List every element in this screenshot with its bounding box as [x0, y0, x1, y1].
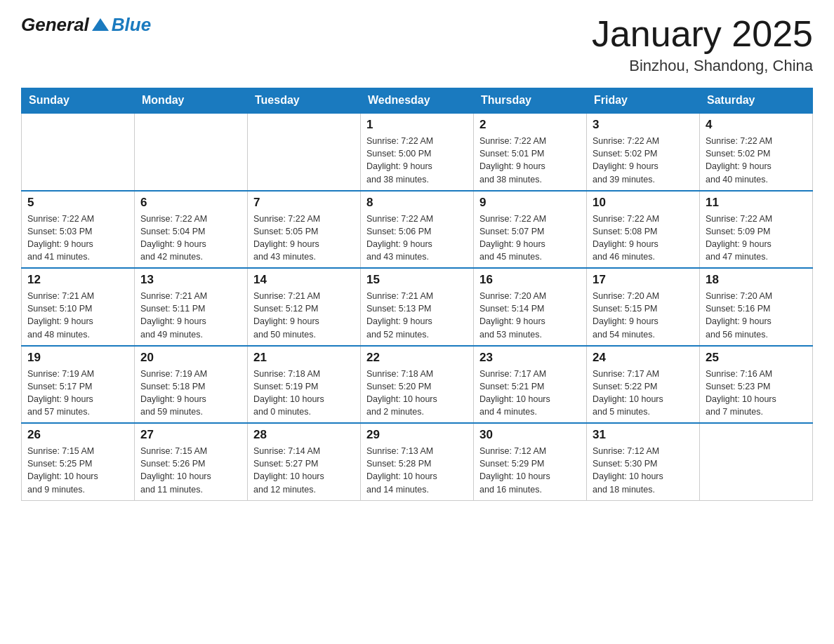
day-info: Sunrise: 7:12 AMSunset: 5:29 PMDaylight:… — [479, 445, 581, 496]
day-info: Sunrise: 7:21 AMSunset: 5:10 PMDaylight:… — [27, 290, 128, 341]
day-info: Sunrise: 7:18 AMSunset: 5:19 PMDaylight:… — [253, 368, 355, 419]
day-number: 6 — [140, 196, 241, 210]
day-number: 17 — [593, 273, 694, 287]
calendar-cell: 21Sunrise: 7:18 AMSunset: 5:19 PMDayligh… — [248, 346, 361, 424]
day-number: 14 — [253, 273, 355, 287]
day-number: 16 — [479, 273, 581, 287]
day-info: Sunrise: 7:22 AMSunset: 5:05 PMDaylight:… — [253, 213, 355, 264]
calendar-week-3: 12Sunrise: 7:21 AMSunset: 5:10 PMDayligh… — [22, 268, 813, 346]
day-number: 18 — [706, 273, 807, 287]
calendar-cell: 31Sunrise: 7:12 AMSunset: 5:30 PMDayligh… — [587, 423, 700, 500]
calendar-cell: 6Sunrise: 7:22 AMSunset: 5:04 PMDaylight… — [135, 191, 248, 269]
day-number: 22 — [366, 351, 468, 365]
day-number: 25 — [706, 351, 807, 365]
day-info: Sunrise: 7:22 AMSunset: 5:08 PMDaylight:… — [593, 213, 694, 264]
calendar-week-4: 19Sunrise: 7:19 AMSunset: 5:17 PMDayligh… — [22, 346, 813, 424]
calendar-cell: 11Sunrise: 7:22 AMSunset: 5:09 PMDayligh… — [700, 191, 813, 269]
calendar-cell: 14Sunrise: 7:21 AMSunset: 5:12 PMDayligh… — [248, 268, 361, 346]
weekday-header-saturday: Saturday — [700, 88, 813, 114]
calendar-cell: 22Sunrise: 7:18 AMSunset: 5:20 PMDayligh… — [361, 346, 474, 424]
calendar-cell: 17Sunrise: 7:20 AMSunset: 5:15 PMDayligh… — [587, 268, 700, 346]
day-info: Sunrise: 7:16 AMSunset: 5:23 PMDaylight:… — [706, 368, 807, 419]
day-number: 9 — [479, 196, 581, 210]
day-info: Sunrise: 7:22 AMSunset: 5:04 PMDaylight:… — [140, 213, 241, 264]
weekday-header-tuesday: Tuesday — [248, 88, 361, 114]
day-number: 15 — [366, 273, 468, 287]
day-number: 31 — [593, 428, 694, 442]
calendar-week-1: 1Sunrise: 7:22 AMSunset: 5:00 PMDaylight… — [22, 113, 813, 191]
calendar-week-5: 26Sunrise: 7:15 AMSunset: 5:25 PMDayligh… — [22, 423, 813, 500]
day-number: 23 — [479, 351, 581, 365]
calendar-cell: 27Sunrise: 7:15 AMSunset: 5:26 PMDayligh… — [135, 423, 248, 500]
day-number: 26 — [27, 428, 128, 442]
calendar-cell: 15Sunrise: 7:21 AMSunset: 5:13 PMDayligh… — [361, 268, 474, 346]
day-number: 24 — [593, 351, 694, 365]
day-info: Sunrise: 7:22 AMSunset: 5:02 PMDaylight:… — [593, 135, 694, 186]
calendar-cell: 29Sunrise: 7:13 AMSunset: 5:28 PMDayligh… — [361, 423, 474, 500]
day-info: Sunrise: 7:12 AMSunset: 5:30 PMDaylight:… — [593, 445, 694, 496]
calendar-cell: 25Sunrise: 7:16 AMSunset: 5:23 PMDayligh… — [700, 346, 813, 424]
day-number: 8 — [366, 196, 468, 210]
calendar-title: January 2025 — [592, 14, 813, 54]
calendar-cell: 5Sunrise: 7:22 AMSunset: 5:03 PMDaylight… — [22, 191, 135, 269]
day-info: Sunrise: 7:20 AMSunset: 5:14 PMDaylight:… — [479, 290, 581, 341]
day-number: 29 — [366, 428, 468, 442]
calendar-week-2: 5Sunrise: 7:22 AMSunset: 5:03 PMDaylight… — [22, 191, 813, 269]
calendar-cell — [248, 113, 361, 191]
day-number: 11 — [706, 196, 807, 210]
logo-blue-text: Blue — [112, 14, 151, 36]
weekday-header-row: SundayMondayTuesdayWednesdayThursdayFrid… — [22, 88, 813, 114]
day-number: 21 — [253, 351, 355, 365]
calendar-cell: 12Sunrise: 7:21 AMSunset: 5:10 PMDayligh… — [22, 268, 135, 346]
page-header: General Blue January 2025 Binzhou, Shand… — [21, 14, 813, 75]
calendar-cell: 20Sunrise: 7:19 AMSunset: 5:18 PMDayligh… — [135, 346, 248, 424]
calendar-cell: 23Sunrise: 7:17 AMSunset: 5:21 PMDayligh… — [474, 346, 587, 424]
calendar-cell — [22, 113, 135, 191]
day-number: 12 — [27, 273, 128, 287]
calendar-cell: 9Sunrise: 7:22 AMSunset: 5:07 PMDaylight… — [474, 191, 587, 269]
day-info: Sunrise: 7:22 AMSunset: 5:01 PMDaylight:… — [479, 135, 581, 186]
calendar-cell: 8Sunrise: 7:22 AMSunset: 5:06 PMDaylight… — [361, 191, 474, 269]
day-number: 27 — [140, 428, 241, 442]
logo-general-text: General — [21, 14, 89, 36]
calendar-cell: 4Sunrise: 7:22 AMSunset: 5:02 PMDaylight… — [700, 113, 813, 191]
calendar-cell: 30Sunrise: 7:12 AMSunset: 5:29 PMDayligh… — [474, 423, 587, 500]
weekday-header-thursday: Thursday — [474, 88, 587, 114]
calendar-cell: 2Sunrise: 7:22 AMSunset: 5:01 PMDaylight… — [474, 113, 587, 191]
day-info: Sunrise: 7:22 AMSunset: 5:02 PMDaylight:… — [706, 135, 807, 186]
day-number: 2 — [479, 118, 581, 132]
logo: General Blue — [21, 14, 151, 36]
day-number: 3 — [593, 118, 694, 132]
day-number: 28 — [253, 428, 355, 442]
calendar-table: SundayMondayTuesdayWednesdayThursdayFrid… — [21, 88, 813, 501]
calendar-cell: 7Sunrise: 7:22 AMSunset: 5:05 PMDaylight… — [248, 191, 361, 269]
weekday-header-friday: Friday — [587, 88, 700, 114]
title-block: January 2025 Binzhou, Shandong, China — [592, 14, 813, 75]
calendar-cell — [700, 423, 813, 500]
weekday-header-wednesday: Wednesday — [361, 88, 474, 114]
day-info: Sunrise: 7:20 AMSunset: 5:15 PMDaylight:… — [593, 290, 694, 341]
calendar-cell: 26Sunrise: 7:15 AMSunset: 5:25 PMDayligh… — [22, 423, 135, 500]
day-number: 7 — [253, 196, 355, 210]
day-number: 5 — [27, 196, 128, 210]
calendar-cell: 3Sunrise: 7:22 AMSunset: 5:02 PMDaylight… — [587, 113, 700, 191]
calendar-cell: 1Sunrise: 7:22 AMSunset: 5:00 PMDaylight… — [361, 113, 474, 191]
day-info: Sunrise: 7:15 AMSunset: 5:25 PMDaylight:… — [27, 445, 128, 496]
day-info: Sunrise: 7:22 AMSunset: 5:09 PMDaylight:… — [706, 213, 807, 264]
calendar-subtitle: Binzhou, Shandong, China — [592, 57, 813, 75]
day-info: Sunrise: 7:22 AMSunset: 5:06 PMDaylight:… — [366, 213, 468, 264]
svg-marker-0 — [92, 18, 109, 31]
day-number: 4 — [706, 118, 807, 132]
day-info: Sunrise: 7:19 AMSunset: 5:18 PMDaylight:… — [140, 368, 241, 419]
day-number: 19 — [27, 351, 128, 365]
day-info: Sunrise: 7:20 AMSunset: 5:16 PMDaylight:… — [706, 290, 807, 341]
calendar-cell: 13Sunrise: 7:21 AMSunset: 5:11 PMDayligh… — [135, 268, 248, 346]
day-info: Sunrise: 7:17 AMSunset: 5:22 PMDaylight:… — [593, 368, 694, 419]
day-info: Sunrise: 7:21 AMSunset: 5:12 PMDaylight:… — [253, 290, 355, 341]
day-info: Sunrise: 7:22 AMSunset: 5:00 PMDaylight:… — [366, 135, 468, 186]
logo-icon — [91, 15, 110, 35]
day-info: Sunrise: 7:19 AMSunset: 5:17 PMDaylight:… — [27, 368, 128, 419]
day-info: Sunrise: 7:18 AMSunset: 5:20 PMDaylight:… — [366, 368, 468, 419]
weekday-header-monday: Monday — [135, 88, 248, 114]
day-number: 30 — [479, 428, 581, 442]
